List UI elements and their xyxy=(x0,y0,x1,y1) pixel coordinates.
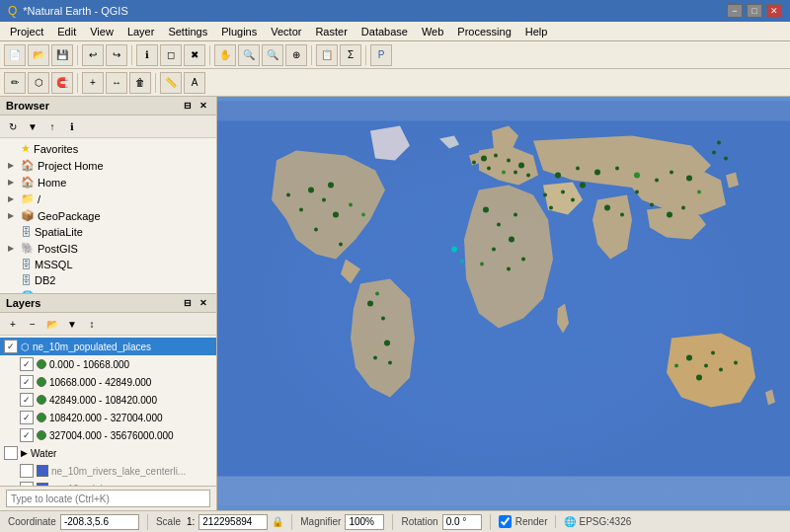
layer-range4[interactable]: ✓ 108420.000 - 327004.000 xyxy=(0,409,216,426)
layers-float-btn[interactable]: ⊟ xyxy=(181,297,195,309)
redo-btn[interactable]: ↪ xyxy=(106,44,127,66)
move-feature-btn[interactable]: ↔ xyxy=(106,72,127,94)
browser-geopackage[interactable]: ▶ 📦 GeoPackage xyxy=(0,207,216,224)
identify-btn[interactable]: ℹ xyxy=(136,44,158,66)
python-btn[interactable]: P xyxy=(370,44,392,66)
browser-spatialite[interactable]: 🗄 SpatiaLite xyxy=(0,224,216,240)
browser-close-btn[interactable]: ✕ xyxy=(197,100,210,112)
map-area[interactable] xyxy=(217,97,790,510)
browser-filter-btn[interactable]: ▼ xyxy=(24,117,41,135)
browser-project-home[interactable]: ▶ 🏠 Project Home xyxy=(0,157,216,174)
browser-mssql[interactable]: 🗄 MSSQL xyxy=(0,257,216,272)
layer-check-range5[interactable]: ✓ xyxy=(20,428,34,442)
layers-add-btn[interactable]: + xyxy=(4,315,22,333)
measure-btn[interactable]: 📏 xyxy=(160,72,182,94)
delete-feature-btn[interactable]: 🗑 xyxy=(129,72,151,94)
layers-collapse-btn[interactable]: ↕ xyxy=(83,315,101,333)
wms-label: WMS/WMTS xyxy=(38,291,101,294)
open-project-btn[interactable]: 📂 xyxy=(28,44,49,66)
menu-processing[interactable]: Processing xyxy=(451,24,516,39)
layer-check-water[interactable] xyxy=(4,446,18,460)
svg-point-25 xyxy=(514,171,517,175)
svg-point-21 xyxy=(518,163,524,169)
menu-vector[interactable]: Vector xyxy=(265,24,307,39)
svg-point-13 xyxy=(381,317,385,321)
browser-properties-btn[interactable]: ℹ xyxy=(63,117,81,135)
layer-check-range2[interactable]: ✓ xyxy=(20,375,34,389)
label-btn[interactable]: A xyxy=(184,72,205,94)
undo-btn[interactable]: ↩ xyxy=(82,44,104,66)
browser-home[interactable]: ▶ 🏠 Home xyxy=(0,174,216,190)
menu-layer[interactable]: Layer xyxy=(121,24,161,39)
layer-range1[interactable]: ✓ 0.000 - 10668.000 xyxy=(0,355,216,373)
statistics-btn[interactable]: Σ xyxy=(340,44,361,66)
select-btn[interactable]: ◻ xyxy=(160,44,182,66)
svg-point-27 xyxy=(483,207,489,213)
menu-web[interactable]: Web xyxy=(416,24,449,39)
browser-postgis[interactable]: ▶ 🐘 PostGIS xyxy=(0,240,216,257)
layer-water-group[interactable]: ▶ Water xyxy=(0,444,216,462)
layer-check-range4[interactable]: ✓ xyxy=(20,411,34,424)
rotation-input[interactable] xyxy=(442,514,482,530)
browser-refresh-btn[interactable]: ↻ xyxy=(4,117,22,135)
menu-edit[interactable]: Edit xyxy=(51,24,82,39)
scale-input[interactable] xyxy=(198,514,268,530)
layer-check-populated[interactable]: ✓ xyxy=(4,340,18,353)
svg-point-28 xyxy=(497,223,501,227)
add-feature-btn[interactable]: + xyxy=(82,72,104,94)
browser-root[interactable]: ▶ 📁 / xyxy=(0,190,216,207)
layers-remove-btn[interactable]: − xyxy=(24,315,41,333)
snap-btn[interactable]: 🧲 xyxy=(51,72,73,94)
layers-filter-btn[interactable]: ▼ xyxy=(63,315,81,333)
svg-point-4 xyxy=(333,212,339,218)
crs-label: EPSG:4326 xyxy=(579,516,631,527)
browser-float-btn[interactable]: ⊟ xyxy=(181,100,195,112)
magnifier-input[interactable] xyxy=(345,514,384,530)
browser-favorites[interactable]: ★ Favorites xyxy=(0,140,216,157)
zoom-full-btn[interactable]: ⊕ xyxy=(285,44,307,66)
menu-database[interactable]: Database xyxy=(356,24,414,39)
pan-btn[interactable]: ✋ xyxy=(214,44,236,66)
new-project-btn[interactable]: 📄 xyxy=(4,44,26,66)
menu-view[interactable]: View xyxy=(84,24,119,39)
layers-close-btn[interactable]: ✕ xyxy=(197,297,210,309)
browser-db2[interactable]: 🗄 DB2 xyxy=(0,272,216,288)
svg-point-2 xyxy=(308,188,314,193)
layers-open-btn[interactable]: 📂 xyxy=(43,315,61,333)
scale-item: Scale 1: 🔒 xyxy=(156,514,292,530)
zoom-out-btn[interactable]: 🔍 xyxy=(262,44,283,66)
coordinate-input[interactable] xyxy=(60,514,139,530)
minimize-button[interactable]: − xyxy=(727,4,743,18)
menu-raster[interactable]: Raster xyxy=(309,24,353,39)
render-checkbox[interactable] xyxy=(499,515,512,528)
spatialite-icon: 🗄 xyxy=(21,226,32,238)
menu-settings[interactable]: Settings xyxy=(162,24,213,39)
node-btn[interactable]: ⬡ xyxy=(28,72,49,94)
layer-check-range1[interactable]: ✓ xyxy=(20,357,34,371)
close-button[interactable]: ✕ xyxy=(766,4,782,18)
layer-check-range3[interactable]: ✓ xyxy=(20,393,34,407)
sep4 xyxy=(311,45,312,65)
save-project-btn[interactable]: 💾 xyxy=(51,44,73,66)
layer-range2[interactable]: ✓ 10668.000 - 42849.000 xyxy=(0,373,216,391)
deselect-btn[interactable]: ✖ xyxy=(184,44,205,66)
layer-rivers[interactable]: ne_10m_rivers_lake_centerli... xyxy=(0,462,216,480)
zoom-in-btn[interactable]: 🔍 xyxy=(238,44,260,66)
browser-collapse-btn[interactable]: ↑ xyxy=(43,117,61,135)
layer-check-rivers[interactable] xyxy=(20,464,34,478)
layer-range3[interactable]: ✓ 42849.000 - 108420.000 xyxy=(0,391,216,409)
menu-project[interactable]: Project xyxy=(4,24,49,39)
layer-populated-places[interactable]: ✓ ⬡ ne_10m_populated_places xyxy=(0,338,216,355)
crs-item[interactable]: 🌐 EPSG:4326 xyxy=(564,516,631,527)
digitize-btn[interactable]: ✏ xyxy=(4,72,26,94)
attribute-table-btn[interactable]: 📋 xyxy=(316,44,338,66)
layer-range5[interactable]: ✓ 327004.000 - 35676000.000 xyxy=(0,426,216,444)
menu-plugins[interactable]: Plugins xyxy=(215,24,263,39)
menu-help[interactable]: Help xyxy=(519,24,554,39)
svg-point-41 xyxy=(670,171,673,175)
layers-controls: ⊟ ✕ xyxy=(181,297,210,309)
water-label: Water xyxy=(31,448,56,459)
maximize-button[interactable]: □ xyxy=(747,4,762,18)
search-input[interactable] xyxy=(6,490,210,507)
browser-wms[interactable]: ▶ 🌐 WMS/WMTS xyxy=(0,288,216,293)
